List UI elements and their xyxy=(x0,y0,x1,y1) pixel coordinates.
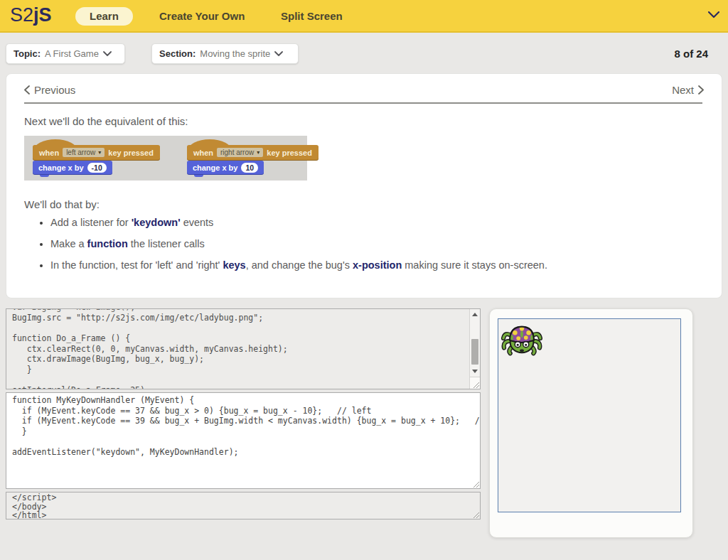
section-label: Section: xyxy=(159,48,196,59)
when-key-pressed-hat-block: when left arrow ▾ key pressed xyxy=(33,145,160,160)
bullet-item: In the function, test for 'left' and 'ri… xyxy=(50,259,690,271)
hat-pressed-text: key pressed xyxy=(108,149,154,157)
when-key-pressed-hat-block: when right arrow ▾ key pressed xyxy=(187,145,318,160)
code-text-main: function MyKeyDownHandler (MyEvent) { if… xyxy=(6,393,480,459)
resize-handle[interactable] xyxy=(472,480,479,488)
scratch-blocks-image: when left arrow ▾ key pressed change x b… xyxy=(24,136,307,181)
key-value: left arrow xyxy=(66,149,95,156)
logo-part2: jS xyxy=(33,4,52,26)
hat-when-text: when xyxy=(193,149,213,157)
resize-handle[interactable] xyxy=(469,377,480,389)
key-value: right arrow xyxy=(220,149,254,156)
next-label: Next xyxy=(672,84,694,96)
key-dropdown: right arrow ▾ xyxy=(217,148,263,157)
top-navbar: S2jS Learn Create Your Own Split Screen xyxy=(0,0,728,33)
divider xyxy=(24,102,702,104)
logo-part1: S2 xyxy=(10,4,33,26)
chevron-down-icon xyxy=(274,51,283,57)
header-chevron-down-icon[interactable] xyxy=(708,11,719,18)
change-x-value: -10 xyxy=(87,163,107,173)
game-canvas xyxy=(498,318,681,512)
section-value: Moving the sprite xyxy=(200,48,270,59)
hat-when-text: when xyxy=(39,149,59,157)
bullet-item: Make a function the listener calls xyxy=(50,238,690,249)
change-x-block: change x by 10 xyxy=(187,161,264,174)
chevron-down-icon xyxy=(103,51,112,57)
ladybug-sprite xyxy=(501,321,542,360)
topic-label: Topic: xyxy=(14,48,41,59)
bullet-list: Add a listener for 'keydown' eventsMake … xyxy=(50,217,690,281)
scrolled-clipped-line: var BugImg = new Image(); xyxy=(6,309,480,312)
scroll-up-arrow[interactable] xyxy=(472,313,478,316)
change-x-value: 10 xyxy=(241,163,258,173)
followup-text: We'll do that by: xyxy=(24,198,100,210)
nav-tab-learn[interactable]: Learn xyxy=(75,7,133,26)
dropdown-triangle-icon: ▾ xyxy=(257,149,259,156)
hat-pressed-text: key pressed xyxy=(267,149,312,157)
change-x-label: change x by xyxy=(193,163,238,172)
chevron-left-icon xyxy=(24,85,30,95)
next-button[interactable]: Next xyxy=(672,84,704,96)
code-panel-below[interactable]: </script> </body> </html> xyxy=(6,492,481,519)
bullet-item: Add a listener for 'keydown' events xyxy=(50,217,690,228)
nav-tab-split-screen[interactable]: Split Screen xyxy=(281,7,343,26)
code-text-above: BugImg.src = "http://s2js.com/img/etc/la… xyxy=(6,312,480,389)
scrollbar-thumb[interactable] xyxy=(471,339,478,365)
scratch-block-left-arrow: when left arrow ▾ key pressed change x b… xyxy=(33,145,160,181)
intro-text: Next we'll do the equivalent of this: xyxy=(24,115,188,127)
block-notch xyxy=(40,174,49,177)
code-editor-main[interactable]: function MyKeyDownHandler (MyEvent) { if… xyxy=(6,392,481,489)
chevron-right-icon xyxy=(698,85,704,95)
code-text-below: </script> </body> </html> xyxy=(6,492,480,519)
section-dropdown[interactable]: Section: Moving the sprite xyxy=(151,43,299,64)
scroll-down-arrow[interactable] xyxy=(472,370,478,373)
dropdown-triangle-icon: ▾ xyxy=(98,149,101,156)
topic-dropdown[interactable]: Topic: A First Game xyxy=(6,43,125,64)
key-dropdown: left arrow ▾ xyxy=(63,148,105,157)
scrollbar-track[interactable] xyxy=(469,309,480,377)
previous-label: Previous xyxy=(34,84,75,96)
change-x-block: change x by -10 xyxy=(33,161,112,174)
code-panel-above[interactable]: var BugImg = new Image(); BugImg.src = "… xyxy=(6,308,481,389)
change-x-label: change x by xyxy=(38,163,84,172)
topic-value: A First Game xyxy=(45,48,99,59)
previous-button[interactable]: Previous xyxy=(24,84,75,96)
page-indicator: 8 of 24 xyxy=(674,48,708,60)
lesson-card: Previous Next Next we'll do the equivale… xyxy=(6,73,722,298)
scratch-block-right-arrow: when right arrow ▾ key pressed change x … xyxy=(187,145,318,181)
block-notch xyxy=(194,174,203,177)
nav-tab-create-your-own[interactable]: Create Your Own xyxy=(159,7,245,26)
s2js-logo[interactable]: S2jS xyxy=(10,4,52,26)
stage-card xyxy=(489,308,693,538)
